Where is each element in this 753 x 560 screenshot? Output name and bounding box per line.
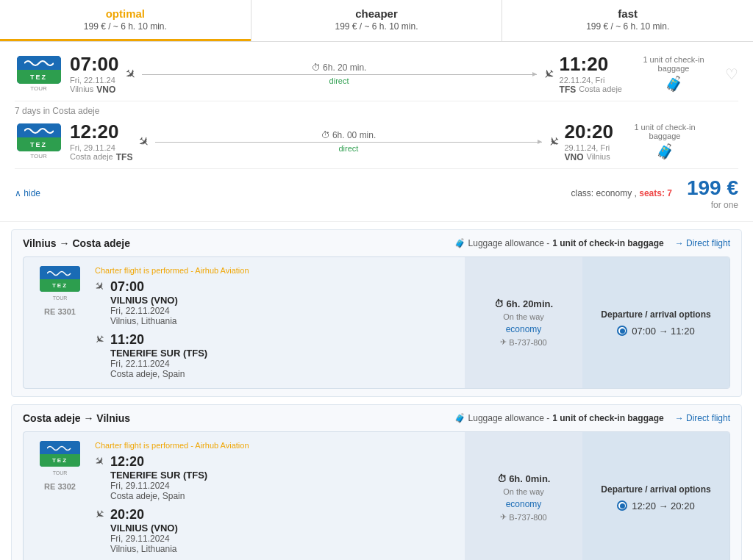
detail-inbound-section: Costa adeje → Vilnius 🧳 Luggage allowanc… (11, 404, 742, 560)
baggage-icon-2: 🧳 (656, 143, 674, 160)
outbound-fd-arr-city: TENERIFE SUR (TFS) Fri, 22.11.2024 Costa… (110, 348, 207, 379)
baggage-icon: 🧳 (665, 75, 683, 93)
fd-logo-inbound: TEZ TOUR RE 3302 (32, 441, 88, 554)
class-text: class: economy , (571, 188, 640, 198)
outbound-arr-time: 11:20 (560, 53, 622, 76)
outbound-dep-time: 07:00 (70, 53, 119, 76)
aircraft-dep-icon: ✈ (500, 337, 507, 347)
detail-outbound-section: Vilnius → Costa adeje 🧳 Luggage allowanc… (11, 229, 742, 397)
inbound-baggage: 1 unit of check-in baggage 🧳 (621, 123, 709, 160)
outbound-fd-arr: ✈ 11:20 TENERIFE SUR (TFS) Fri, 22.11.20… (95, 332, 456, 379)
inbound-dep-arr-title: Departure / arrival options (601, 484, 710, 495)
inbound-dep-city-detail: TENERIFE SUR (TFS) (110, 470, 207, 481)
detail-outbound-header: Vilnius → Costa adeje 🧳 Luggage allowanc… (23, 237, 730, 249)
favorite-button[interactable]: ♡ (725, 65, 738, 83)
outbound-direct: direct (329, 76, 349, 85)
inbound-fd-aircraft: ✈ B-737-800 (500, 512, 546, 522)
outbound-fd-arr-time: 11:20 (110, 332, 207, 348)
inbound-detail-card: TEZ TOUR RE 3302 Charter flight is perfo… (23, 431, 730, 560)
outbound-radio-inner (620, 329, 625, 334)
inbound-duration: ⏱ 6h. 00 min. (321, 130, 376, 140)
outbound-dep-city-detail: VILNIUS (VNO) (110, 295, 178, 306)
outbound-option[interactable]: 07:00 → 11:20 (617, 326, 694, 337)
tab-cheaper[interactable]: cheaper 199 € / ~ 6 h. 10 min. (251, 0, 502, 41)
fd-right-outbound: Departure / arrival options 07:00 → 11:2… (582, 257, 729, 388)
tez-logo-inbound: TEZ TOUR (15, 123, 63, 159)
outbound-dep-arr-title: Departure / arrival options (601, 309, 710, 320)
card-price-per: for one (687, 200, 738, 210)
outbound-radio[interactable] (617, 326, 627, 336)
outbound-luggage-info: 🧳 Luggage allowance - 1 unit of check-in… (454, 238, 664, 248)
outbound-arr-city-detail: TENERIFE SUR (TFS) (110, 348, 207, 359)
arr-plane-icon-2: ✈ (91, 506, 108, 523)
tab-fast[interactable]: fast 199 € / ~ 6 h. 10 min. (502, 0, 753, 41)
inbound-option-label: 12:20 → 20:20 (632, 500, 694, 511)
outbound-direct-link[interactable]: → Direct flight (675, 238, 730, 248)
inbound-fd-economy: economy (506, 499, 542, 509)
inbound-charter: Charter flight is performed - Airhub Avi… (95, 441, 456, 450)
inbound-direct-link[interactable]: → Direct flight (675, 413, 730, 423)
inbound-radio[interactable] (617, 500, 627, 511)
outbound-dep-city: Vilnius (70, 85, 93, 95)
inbound-aircraft: B-737-800 (509, 513, 546, 522)
dep-plane-icon: ✈ (91, 278, 108, 295)
outbound-fd-dep-city: VILNIUS (VNO) Fri, 22.11.2024 Vilnius, L… (110, 295, 178, 326)
outbound-baggage-text: 1 unit of check-in baggage (629, 55, 718, 73)
inbound-dep: 12:20 Fri, 29.11.24 Costa adeje TFS ✈ ⏱ … (70, 121, 613, 162)
inbound-summary: TEZ TOUR 12:20 Fri, 29.11.24 Costa adeje… (15, 121, 738, 162)
inbound-luggage-info: 🧳 Luggage allowance - 1 unit of check-in… (454, 413, 664, 423)
price-info: class: economy , seats: 7 199 € for one (571, 176, 738, 210)
tez-logo-outbound: TEZ TOUR (15, 56, 63, 92)
inbound-option[interactable]: 12:20 → 20:20 (617, 500, 694, 511)
inbound-arr-code: VNO (565, 152, 584, 162)
detail-inbound-header: Costa adeje → Vilnius 🧳 Luggage allowanc… (23, 412, 730, 424)
inbound-baggage-text: 1 unit of check-in baggage (621, 123, 709, 140)
duration-line (142, 74, 537, 75)
inbound-arr-city-detail: VILNIUS (VNO) (110, 523, 178, 534)
outbound-times: 07:00 Fri, 22.11.24 Vilnius VNO ✈ ⏱ 6h. … (70, 53, 622, 95)
outbound-flight-number: RE 3301 (44, 307, 76, 316)
inbound-arr-location: Vilnius, Lithuania (110, 544, 177, 554)
duration-line-2 (155, 142, 541, 143)
inbound-radio-inner (620, 503, 625, 509)
tab-optimal-label: optimal (4, 7, 247, 20)
fd-middle-outbound: ⏱ 6h. 20min. On the way economy ✈ B-737-… (465, 257, 582, 388)
fd-logo-outbound: TEZ TOUR RE 3301 (32, 266, 88, 379)
inbound-arr-city: Vilnius (587, 152, 610, 162)
fd-middle-inbound: ⏱ 6h. 0min. On the way economy ✈ B-737-8… (465, 432, 582, 560)
outbound-summary: TEZ TOUR 07:00 Fri, 22.11.24 Vilnius VNO (15, 53, 738, 95)
seats-count: seats: 7 (639, 188, 672, 198)
outbound-arr-city: Costa adeje (579, 85, 622, 95)
plane-arr-icon-2: ✈ (543, 132, 563, 151)
tab-cheaper-price: 199 € / ~ 6 h. 10 min. (255, 21, 499, 32)
hide-link[interactable]: ∧ hide (15, 188, 40, 198)
tab-optimal[interactable]: optimal 199 € / ~ 6 h. 10 min. (0, 0, 251, 41)
inbound-fd-arr-time: 20:20 (110, 507, 178, 523)
outbound-dep: 07:00 Fri, 22.11.24 Vilnius VNO ✈ ⏱ 6h. … (70, 53, 622, 95)
logo-icon: TEZ (17, 56, 61, 84)
inbound-fd-arr-city: VILNIUS (VNO) Fri, 29.11.2024 Vilnius, L… (110, 523, 178, 554)
outbound-arr-location: Costa adeje, Spain (110, 369, 185, 379)
inbound-dep-location: Costa adeje, Spain (110, 491, 185, 501)
inbound-luggage-text: Luggage allowance - (468, 413, 550, 423)
inbound-dep-date: Fri, 29.11.24 (70, 143, 132, 152)
inbound-fd-duration: ⏱ 6h. 0min. (497, 473, 551, 484)
logo-wave-detail-2 (47, 443, 73, 452)
outbound-baggage: 1 unit of check-in baggage 🧳 (629, 55, 718, 93)
inbound-flight-number: RE 3302 (44, 482, 76, 491)
outbound-arr-date: 22.11.24, Fri (560, 76, 622, 85)
tab-optimal-price: 199 € / ~ 6 h. 10 min. (4, 21, 247, 32)
inbound-arr-time: 20:20 (565, 121, 614, 143)
logo-wave-detail (47, 268, 73, 277)
inbound-fd-arr: ✈ 20:20 VILNIUS (VNO) Fri, 29.11.2024 Vi… (95, 507, 456, 554)
outbound-arr-date-detail: Fri, 22.11.2024 (110, 359, 170, 369)
inbound-fd-dep-time: 12:20 (110, 454, 207, 470)
flight-card: TEZ TOUR 07:00 Fri, 22.11.24 Vilnius VNO (0, 42, 753, 222)
inbound-route: Costa adeje → Vilnius (23, 412, 130, 424)
outbound-route: Vilnius → Costa adeje (23, 237, 130, 249)
plane-arr-icon: ✈ (538, 64, 557, 83)
days-text: 7 days in Costa adeje (15, 106, 99, 116)
tab-cheaper-label: cheaper (255, 7, 499, 20)
luggage-icon-2: 🧳 (454, 413, 465, 423)
outbound-luggage-text: Luggage allowance - (468, 238, 550, 248)
